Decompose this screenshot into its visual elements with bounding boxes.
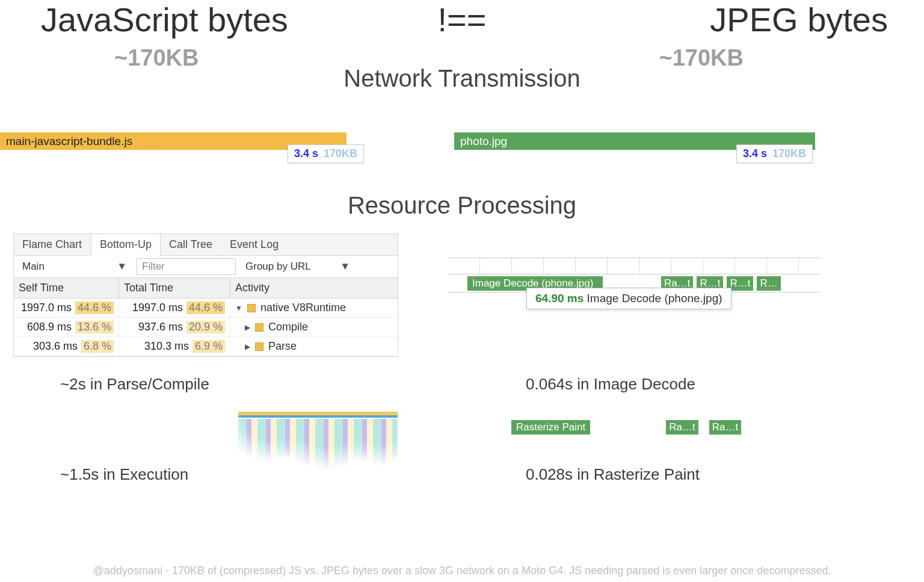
activity: Compile: [268, 321, 308, 333]
scripting-color-icon: [247, 304, 256, 312]
devtools-tabs: Flame Chart Bottom-Up Call Tree Event Lo…: [14, 234, 398, 256]
size-js: ~170KB: [114, 45, 199, 71]
col-total[interactable]: Total Time: [119, 278, 230, 298]
footer-credit: @addyosmani - 170KB of (compressed) JS v…: [0, 565, 924, 577]
group-select[interactable]: Group by URL ▼: [241, 258, 355, 275]
tab-call-tree[interactable]: Call Tree: [161, 234, 221, 255]
self-ms: 303.6 ms: [33, 340, 78, 353]
annot-decode: 0.064s in Image Decode: [526, 375, 695, 394]
self-pct: 44.6 %: [75, 302, 114, 314]
scripting-color-icon: [255, 323, 263, 332]
group-select-value: Group by URL: [245, 261, 311, 273]
col-activity[interactable]: Activity: [230, 278, 398, 298]
total-pct: 6.9 %: [192, 340, 225, 353]
col-self[interactable]: Self Time: [14, 278, 119, 298]
thread-select[interactable]: Main ▼: [17, 258, 132, 275]
section-resource: Resource Processing: [0, 192, 924, 219]
chevron-down-icon: ▼: [340, 261, 350, 273]
tab-flame-chart[interactable]: Flame Chart: [14, 234, 91, 255]
section-network: Network Transmission: [343, 65, 580, 92]
total-ms: 937.6 ms: [138, 321, 183, 333]
flame-chart-image: [238, 412, 398, 490]
net-time-jpeg: 3.4 s: [743, 147, 767, 159]
raster-timeline: Rasterize Paint Ra…t Ra…t: [511, 420, 764, 435]
headline-js: JavaScript bytes: [41, 0, 288, 39]
table-row[interactable]: 303.6 ms6.8 % 310.3 ms6.9 % ▶Parse: [14, 337, 398, 356]
devtools-panel: Flame Chart Bottom-Up Call Tree Event Lo…: [13, 234, 398, 357]
tooltip-label: Image Decode (phone.jpg): [587, 292, 722, 305]
net-time-js: 3.4 s: [294, 147, 318, 159]
self-ms: 1997.0 ms: [21, 302, 72, 314]
tooltip-ms: 64.90 ms: [535, 292, 584, 305]
expand-icon[interactable]: ▶: [245, 342, 250, 351]
timeline-tooltip: 64.90 ms Image Decode (phone.jpg): [526, 288, 732, 309]
thread-select-value: Main: [22, 261, 45, 273]
timeline-axis: [448, 258, 821, 274]
annot-raster: 0.028s in Rasterize Paint: [526, 465, 700, 484]
expand-icon[interactable]: ▼: [235, 304, 242, 312]
self-pct: 13.6 %: [75, 321, 114, 333]
net-size-jpeg: 170KB: [772, 147, 806, 159]
annot-exec: ~1.5s in Execution: [60, 465, 188, 484]
tl-block[interactable]: R…: [757, 276, 780, 291]
total-pct: 44.6 %: [186, 302, 225, 314]
table-row[interactable]: 1997.0 ms44.6 % 1997.0 ms44.6 % ▼native …: [14, 299, 398, 318]
net-badge-js: 3.4 s 170KB: [288, 144, 364, 163]
scripting-color-icon: [255, 342, 263, 351]
tab-event-log[interactable]: Event Log: [221, 234, 288, 255]
table-row[interactable]: 608.9 ms13.6 % 937.6 ms20.9 % ▶Compile: [14, 318, 398, 337]
self-ms: 608.9 ms: [27, 321, 72, 333]
activity: native V8Runtime: [260, 302, 346, 314]
size-jpeg: ~170KB: [659, 45, 744, 71]
activity: Parse: [268, 340, 297, 353]
filter-input[interactable]: Filter: [137, 258, 236, 275]
image-decode-timeline: Image Decode (phone.jpg) Ra…t R…t R…t R……: [448, 258, 821, 293]
annot-parse: ~2s in Parse/Compile: [60, 375, 209, 394]
tl-block[interactable]: Ra…t: [666, 420, 698, 435]
tl-block-raster[interactable]: Rasterize Paint: [511, 420, 590, 435]
self-pct: 6.8 %: [81, 340, 114, 353]
headline-jpeg: JPEG bytes: [710, 0, 888, 39]
chevron-down-icon: ▼: [117, 261, 127, 273]
total-pct: 20.9 %: [186, 321, 225, 333]
total-ms: 1997.0 ms: [132, 302, 183, 314]
net-size-js: 170KB: [324, 147, 357, 159]
tl-block[interactable]: Ra…t: [709, 420, 741, 435]
net-badge-jpeg: 3.4 s 170KB: [736, 144, 813, 163]
tab-bottom-up[interactable]: Bottom-Up: [91, 234, 161, 256]
total-ms: 310.3 ms: [144, 340, 189, 353]
headline-op: !==: [438, 0, 487, 39]
expand-icon[interactable]: ▶: [245, 323, 250, 332]
table-head: Self Time Total Time Activity: [14, 278, 398, 299]
